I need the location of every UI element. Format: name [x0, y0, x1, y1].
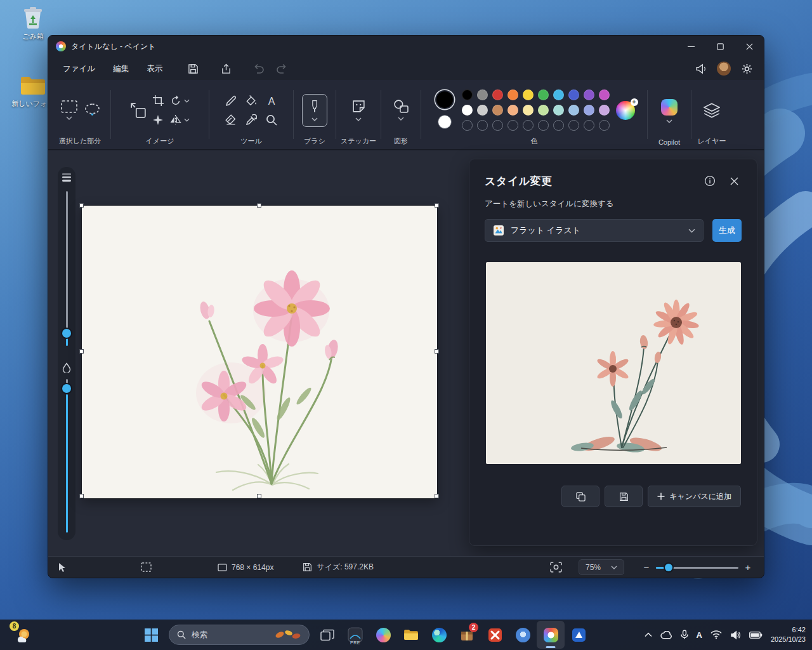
empty-color-slot[interactable]	[477, 120, 488, 131]
empty-color-slot[interactable]	[492, 120, 503, 131]
color-swatch[interactable]	[462, 90, 473, 100]
color-swatch[interactable]	[523, 90, 534, 100]
battery-icon[interactable]	[749, 632, 763, 639]
menu-edit[interactable]: 編集	[105, 60, 137, 78]
resize-icon[interactable]	[130, 102, 147, 119]
empty-color-slot[interactable]	[568, 120, 579, 131]
color-swatch[interactable]	[568, 105, 579, 116]
empty-color-slot[interactable]	[553, 120, 564, 131]
color-swatch[interactable]	[599, 90, 610, 100]
text-tool-icon[interactable]: A	[266, 95, 277, 107]
background-color-swatch[interactable]	[438, 115, 452, 129]
onedrive-cloud-icon[interactable]	[660, 631, 672, 639]
title-bar[interactable]: タイトルなし - ペイント	[48, 36, 764, 57]
style-select-dropdown[interactable]: フラット イラスト	[485, 219, 704, 242]
selection-handle[interactable]	[79, 203, 84, 208]
sticker-button[interactable]	[351, 99, 366, 121]
pencil-icon[interactable]	[225, 95, 237, 107]
rotate-button[interactable]	[170, 95, 190, 107]
empty-color-slot[interactable]	[538, 120, 549, 131]
selection-handle[interactable]	[435, 203, 439, 208]
size-slider-track[interactable]	[66, 191, 68, 329]
copilot-button[interactable]	[661, 99, 678, 123]
clock[interactable]: 6:42 2025/10/23	[771, 625, 806, 644]
chevron-down-icon[interactable]	[66, 116, 72, 120]
taskbar-app-m365[interactable]	[481, 621, 509, 649]
drawing-canvas[interactable]	[82, 206, 437, 498]
fit-to-screen-icon[interactable]	[550, 562, 562, 573]
color-swatch[interactable]	[538, 90, 549, 100]
layers-icon[interactable]	[704, 103, 720, 118]
color-swatch[interactable]	[599, 105, 610, 116]
panel-close-button[interactable]	[725, 172, 743, 190]
freeform-select-icon[interactable]	[85, 103, 100, 117]
fill-icon[interactable]	[245, 95, 258, 107]
zoom-slider[interactable]	[656, 563, 738, 572]
settings-button[interactable]	[736, 59, 757, 78]
selection-handle[interactable]	[257, 494, 261, 498]
taskbar-app-paint[interactable]	[537, 621, 565, 649]
taskbar-app-copilot[interactable]	[369, 621, 397, 649]
zoom-in-button[interactable]: +	[742, 562, 754, 573]
brush-tool-button[interactable]	[302, 94, 327, 127]
magnifier-icon[interactable]	[266, 114, 277, 126]
color-swatch[interactable]	[477, 105, 488, 116]
selection-handle[interactable]	[435, 494, 439, 498]
selection-handle[interactable]	[79, 494, 84, 498]
color-swatch[interactable]	[553, 105, 564, 116]
copy-result-button[interactable]	[561, 486, 599, 507]
ime-indicator[interactable]: A	[697, 630, 702, 640]
taskbar-app-tools[interactable]	[565, 621, 593, 649]
generate-button[interactable]: 生成	[712, 219, 742, 242]
magic-select-icon[interactable]	[152, 114, 164, 126]
start-button[interactable]	[137, 621, 165, 649]
zoom-out-button[interactable]: −	[641, 562, 652, 573]
eyedropper-icon[interactable]	[246, 114, 257, 126]
empty-color-slot[interactable]	[462, 120, 473, 131]
microphone-icon[interactable]	[681, 630, 688, 640]
taskbar-app-teams[interactable]	[509, 621, 537, 649]
info-button[interactable]	[701, 172, 719, 190]
taskbar-app-dev-preview[interactable]: PRE	[341, 621, 369, 649]
foreground-color-swatch[interactable]	[436, 91, 453, 108]
color-swatch[interactable]	[492, 90, 503, 100]
color-swatch[interactable]	[568, 90, 579, 100]
maximize-button[interactable]	[705, 36, 735, 57]
color-swatch[interactable]	[492, 105, 503, 116]
save-button[interactable]	[182, 59, 204, 78]
selection-handle[interactable]	[79, 349, 84, 354]
volume-icon[interactable]	[730, 630, 741, 640]
crop-icon[interactable]	[152, 95, 164, 107]
widgets-button[interactable]: 8	[8, 621, 38, 649]
minimize-button[interactable]	[676, 36, 705, 57]
empty-color-slot[interactable]	[599, 120, 610, 131]
color-swatch[interactable]	[584, 90, 594, 100]
color-swatch[interactable]	[508, 105, 518, 116]
account-avatar[interactable]	[713, 59, 735, 78]
color-wheel-button[interactable]	[616, 101, 635, 120]
color-swatch[interactable]	[462, 105, 473, 116]
add-to-canvas-button[interactable]: キャンバスに追加	[648, 486, 741, 507]
announcement-button[interactable]	[690, 59, 712, 78]
hidden-icons-chevron[interactable]	[645, 632, 652, 637]
undo-button[interactable]	[248, 59, 270, 78]
share-button[interactable]	[215, 59, 237, 78]
empty-color-slot[interactable]	[508, 120, 518, 131]
rect-select-icon[interactable]	[61, 100, 77, 113]
opacity-slider-thumb[interactable]	[62, 384, 71, 393]
color-swatch[interactable]	[553, 90, 564, 100]
taskbar-app-edge[interactable]	[425, 621, 453, 649]
color-swatch[interactable]	[523, 105, 534, 116]
zoom-level-select[interactable]: 75%	[579, 559, 624, 575]
empty-color-slot[interactable]	[523, 120, 534, 131]
generated-preview-image[interactable]	[486, 262, 741, 464]
wifi-icon[interactable]	[710, 630, 722, 639]
eraser-icon[interactable]	[225, 114, 237, 125]
redo-button[interactable]	[271, 59, 292, 78]
flip-button[interactable]	[169, 114, 190, 125]
size-slider-thumb[interactable]	[62, 329, 71, 338]
taskbar-app-task-view[interactable]	[313, 621, 341, 649]
close-button[interactable]	[735, 36, 764, 57]
color-swatch[interactable]	[508, 90, 518, 100]
empty-color-slot[interactable]	[584, 120, 594, 131]
